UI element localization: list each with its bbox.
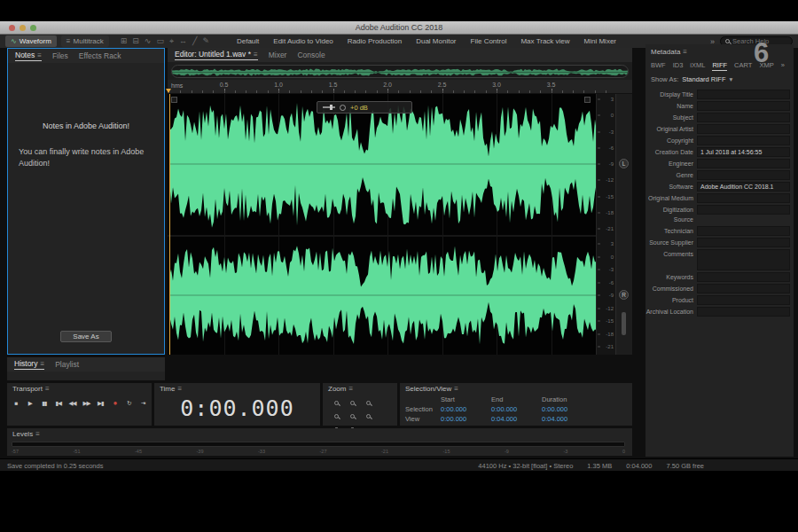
metadata-field-value[interactable] <box>697 272 790 282</box>
metadata-field-value[interactable] <box>697 170 790 180</box>
waveform-overview-navigator[interactable] <box>171 65 629 78</box>
tab-console[interactable]: Console <box>297 51 325 59</box>
panel-menu-icon[interactable]: ≡ <box>37 51 42 59</box>
timeline-ruler[interactable]: hms 0.51.01.52.02.53.03.5 <box>168 80 632 94</box>
metadata-field-value[interactable] <box>697 307 790 317</box>
metadata-field-value[interactable] <box>697 205 790 215</box>
selection-start-value[interactable]: 0:00.000 <box>441 405 491 413</box>
metadata-tab-id3[interactable]: ID3 <box>673 61 684 71</box>
tab-files[interactable]: Files <box>52 51 68 60</box>
view-end-value[interactable]: 0:04.000 <box>491 415 542 423</box>
loop-playback-button[interactable]: ↻ <box>122 398 135 409</box>
workspace-button-dual-monitor[interactable]: Dual Monitor <box>416 37 456 45</box>
right-channel-badge[interactable]: R <box>619 290 629 300</box>
metadata-tab-bwf[interactable]: BWF <box>651 61 666 71</box>
workspace-button-radio-production[interactable]: Radio Production <box>348 37 402 45</box>
tab-playlist[interactable]: Playlist <box>55 360 79 369</box>
skip-selection-button[interactable]: ⇥ <box>137 398 149 409</box>
metadata-tab-ixml[interactable]: iXML <box>690 61 705 71</box>
gain-knob-icon[interactable] <box>340 105 346 111</box>
record-button[interactable]: ● <box>108 398 121 409</box>
panel-menu-icon[interactable]: ≡ <box>35 430 40 438</box>
play-button[interactable]: ▶ <box>24 398 36 409</box>
metadata-field-value[interactable] <box>697 193 790 203</box>
rewind-button[interactable]: ◀◀ <box>66 398 79 409</box>
metadata-field-value[interactable] <box>697 101 790 111</box>
selection-end-value[interactable]: 0:00.000 <box>491 405 542 413</box>
amplitude-ruler[interactable]: 30-3-6-9-12-15-18-21 30-3-6-9-12-15-18-2… <box>596 94 615 355</box>
volume-hud[interactable]: +0 dB <box>317 101 412 113</box>
metadata-field-value[interactable] <box>697 159 790 168</box>
panel-menu-icon[interactable]: ≡ <box>683 48 687 56</box>
metadata-field-value[interactable] <box>697 226 790 236</box>
zoom-in-amplitude-button[interactable] <box>328 396 344 410</box>
zoom-out-time-button[interactable] <box>328 410 344 423</box>
vertical-zoom-slider[interactable] <box>622 312 626 335</box>
stop-button[interactable]: ■ <box>10 398 22 409</box>
workspace-button-max-track-view[interactable]: Max Track view <box>520 37 569 45</box>
playhead-line[interactable] <box>169 94 170 355</box>
pencil-tool-icon[interactable]: ✎ <box>202 35 209 47</box>
show-as-dropdown[interactable]: Standard RIFF <box>682 75 725 83</box>
tab-notes[interactable]: Notes≡ <box>15 51 42 61</box>
zoom-out-amplitude-button[interactable] <box>344 396 360 410</box>
tab-effects-rack[interactable]: Effects Rack <box>79 51 121 60</box>
waveform-corner-icon[interactable] <box>584 97 591 103</box>
show-spectral-display-icon[interactable]: ⊞ <box>121 35 128 47</box>
metadata-field-value[interactable] <box>697 124 790 134</box>
fast-forward-button[interactable]: ▶▶ <box>81 398 93 409</box>
show-pitch-display-icon[interactable]: ⊟ <box>132 35 139 47</box>
close-window-button[interactable] <box>9 25 15 31</box>
metadata-field-value[interactable] <box>697 113 790 122</box>
save-as-button[interactable]: Save As <box>60 331 112 342</box>
skip-to-end-button[interactable]: ▶▮ <box>94 398 106 409</box>
metadata-field-value[interactable] <box>697 284 790 293</box>
chevron-down-icon[interactable]: ▾ <box>729 75 732 83</box>
waveform-display[interactable]: +0 dB 30-3-6-9-12-15-18-21 30-3-6-9-12-1… <box>168 94 632 355</box>
view-start-value[interactable]: 0:00.000 <box>441 415 491 423</box>
panel-menu-icon[interactable]: ≡ <box>254 51 258 59</box>
metadata-tab-riff[interactable]: RIFF <box>712 61 727 71</box>
tab-mixer[interactable]: Mixer <box>269 51 287 59</box>
metadata-tabs-overflow-icon[interactable]: » <box>781 61 785 71</box>
zoom-in-time-button[interactable] <box>360 396 376 410</box>
note-body-text[interactable]: You can finally write notes in Adobe Aud… <box>19 146 153 169</box>
tab-history[interactable]: History≡ <box>14 359 44 370</box>
metadata-field-value[interactable] <box>697 136 790 145</box>
marquee-selection-tool-icon[interactable]: ▭ <box>156 35 164 47</box>
metadata-field-value[interactable] <box>697 249 790 270</box>
panel-menu-icon[interactable]: ≡ <box>177 385 182 393</box>
skip-to-start-button[interactable]: ▮◀ <box>52 398 65 409</box>
panel-menu-icon[interactable]: ≡ <box>454 385 458 393</box>
workspace-button-file-control[interactable]: File Control <box>471 37 507 45</box>
metadata-tab-cart[interactable]: CART <box>734 61 752 71</box>
playhead-marker-icon[interactable] <box>166 89 171 93</box>
workspace-button-edit-audio-to-video[interactable]: Edit Audio to Video <box>273 37 332 45</box>
zoom-to-selection-in-point-button[interactable] <box>360 410 376 423</box>
ruler-unit-label[interactable]: hms <box>171 82 183 89</box>
waveform-corner-icon[interactable] <box>171 97 177 103</box>
hud-gain-value[interactable]: +0 dB <box>350 104 368 112</box>
workspace-button-default[interactable]: Default <box>237 37 259 45</box>
pause-button[interactable]: ▮▮ <box>38 398 51 409</box>
panel-menu-icon[interactable]: ≡ <box>45 385 50 393</box>
multitrack-view-button[interactable]: ≡ Multitrack <box>61 35 109 47</box>
metadata-field-value[interactable] <box>697 295 790 305</box>
zoom-window-button[interactable] <box>30 25 36 31</box>
metadata-field-value[interactable] <box>697 238 790 247</box>
time-display[interactable]: 0:00.000 <box>154 395 320 421</box>
panel-menu-icon[interactable]: ≡ <box>348 385 353 393</box>
metadata-field-value[interactable]: Adobe Audition CC 2018.1 <box>697 182 790 192</box>
tab-editor-file[interactable]: Editor: Untitled 1.wav *≡ <box>175 50 258 60</box>
razor-tool-icon[interactable]: ╱ <box>192 35 197 47</box>
metadata-field-value[interactable] <box>697 90 790 99</box>
view-duration-value[interactable]: 0:04.000 <box>542 415 592 423</box>
workspace-button-mini-mixer[interactable]: Mini Mixer <box>584 37 616 45</box>
left-channel-badge[interactable]: L <box>619 159 629 168</box>
metadata-field-value[interactable]: 1 Jul 2018 at 14:56:55 <box>697 147 790 157</box>
zoom-to-selection-button[interactable] <box>344 410 360 423</box>
panel-menu-icon[interactable]: ≡ <box>40 360 44 368</box>
minimize-window-button[interactable] <box>20 25 26 31</box>
waveform-view-button[interactable]: ∿ Waveform <box>5 35 57 47</box>
time-selection-tool-icon[interactable]: ∿ <box>145 35 152 47</box>
